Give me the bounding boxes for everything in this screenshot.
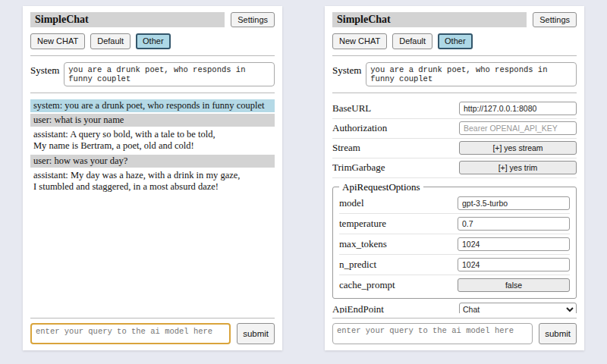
- message-user: user: what is your name: [30, 114, 275, 127]
- setting-label: cache_prompt: [339, 279, 395, 291]
- header: SimpleChat Settings: [30, 12, 275, 27]
- settings-button[interactable]: Settings: [533, 12, 577, 27]
- stream-toggle-button[interactable]: [+] yes stream: [459, 141, 577, 155]
- setting-label: ApiEndPoint: [332, 303, 384, 313]
- app-title: SimpleChat: [332, 12, 527, 27]
- session-tab-default[interactable]: Default: [90, 33, 131, 49]
- divider: [332, 93, 577, 93]
- temperature-input[interactable]: [458, 217, 570, 231]
- session-tab-other[interactable]: Other: [136, 33, 171, 49]
- query-section: submit: [30, 313, 275, 344]
- setting-label: n_predict: [339, 259, 376, 271]
- divider: [30, 318, 275, 318]
- api-request-options-legend: ApiRequestOptions: [339, 181, 423, 193]
- authorization-input[interactable]: [459, 121, 577, 135]
- chat-panel: SimpleChat Settings New CHAT Default Oth…: [23, 6, 282, 350]
- message-system: system: you are a drunk poet, who respon…: [30, 99, 275, 112]
- settings-panel: SimpleChat Settings New CHAT Default Oth…: [325, 6, 584, 350]
- app-title: SimpleChat: [30, 12, 225, 27]
- system-prompt-input[interactable]: you are a drunk poet, who responds in fu…: [366, 62, 577, 86]
- cache-prompt-toggle-button[interactable]: false: [458, 278, 570, 292]
- session-tab-default[interactable]: Default: [392, 33, 432, 49]
- message-assistant: assistant: A query so bold, with a tale …: [30, 128, 275, 153]
- settings-list: BaseURL Authorization Stream [+] yes str…: [332, 99, 577, 313]
- setting-row-n-predict: n_predict: [339, 255, 570, 275]
- message-user: user: how was your day?: [30, 155, 275, 168]
- divider: [30, 93, 275, 93]
- setting-row-temperature: temperature: [339, 214, 570, 234]
- settings-button[interactable]: Settings: [231, 12, 275, 27]
- setting-row-max-tokens: max_tokens: [339, 234, 570, 255]
- query-input[interactable]: [30, 323, 231, 344]
- submit-button[interactable]: submit: [539, 323, 577, 344]
- baseurl-input[interactable]: [459, 102, 577, 115]
- session-tab-other[interactable]: Other: [438, 33, 473, 49]
- session-tabs: New CHAT Default Other: [332, 33, 577, 49]
- setting-label: Authorization: [332, 122, 387, 134]
- header: SimpleChat Settings: [332, 12, 577, 27]
- session-tabs: New CHAT Default Other: [30, 33, 275, 49]
- setting-row-cache-prompt: cache_prompt false: [339, 275, 570, 295]
- trimgarbage-toggle-button[interactable]: [+] yes trim: [459, 161, 577, 174]
- new-chat-button[interactable]: New CHAT: [332, 33, 387, 49]
- setting-label: max_tokens: [339, 238, 387, 250]
- divider: [30, 55, 275, 56]
- setting-row-trimgarbage: TrimGarbage [+] yes trim: [332, 158, 577, 178]
- setting-row-model: model: [339, 193, 570, 214]
- divider: [332, 55, 577, 56]
- n-predict-input[interactable]: [458, 258, 570, 271]
- system-prompt-input[interactable]: you are a drunk poet, who responds in fu…: [64, 62, 275, 86]
- system-prompt-row: System you are a drunk poet, who respond…: [30, 62, 275, 86]
- system-prompt-row: System you are a drunk poet, who respond…: [332, 62, 577, 86]
- submit-button[interactable]: submit: [237, 323, 275, 344]
- new-chat-button[interactable]: New CHAT: [30, 33, 85, 49]
- chat-messages: system: you are a drunk poet, who respon…: [30, 99, 275, 313]
- model-input[interactable]: [458, 196, 570, 210]
- setting-row-stream: Stream [+] yes stream: [332, 139, 577, 158]
- setting-label: BaseURL: [332, 102, 371, 115]
- setting-row-baseurl: BaseURL: [332, 99, 577, 119]
- message-assistant: assistant: My day was a haze, with a dri…: [30, 169, 275, 194]
- setting-row-authorization: Authorization: [332, 119, 577, 139]
- setting-label: model: [339, 197, 364, 209]
- query-input[interactable]: [332, 323, 533, 344]
- setting-label: TrimGarbage: [332, 162, 385, 174]
- apiendpoint-select[interactable]: Chat: [459, 303, 577, 313]
- setting-row-apiendpoint: ApiEndPoint Chat: [332, 300, 577, 313]
- api-request-options-group: ApiRequestOptions model temperature max_…: [332, 181, 577, 299]
- setting-label: temperature: [339, 218, 386, 230]
- system-label: System: [30, 62, 59, 77]
- system-label: System: [332, 62, 361, 77]
- divider: [332, 318, 577, 318]
- max-tokens-input[interactable]: [458, 237, 570, 251]
- query-section: submit: [332, 313, 577, 344]
- setting-label: Stream: [332, 142, 360, 154]
